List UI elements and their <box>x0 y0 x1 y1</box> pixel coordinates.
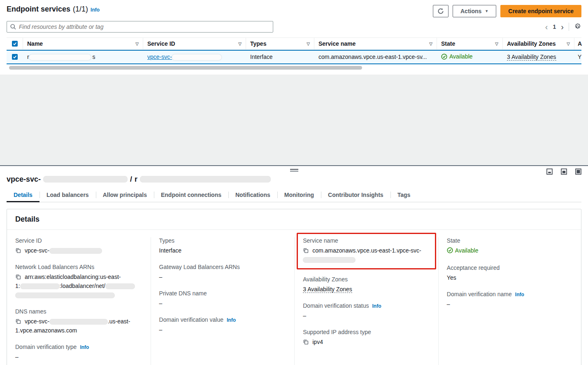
availability-zones-detail-link[interactable]: 3 Availability Zones <box>303 286 352 293</box>
page-next-button[interactable]: › <box>561 23 564 31</box>
acceptance-required-value: Yes <box>447 273 573 282</box>
tab-contributor-insights[interactable]: Contributor Insights <box>321 189 390 202</box>
pane-title-separator: / <box>130 175 132 184</box>
column-header-acceptance-partial: A <box>578 40 582 47</box>
actions-button[interactable]: Actions ▼ <box>453 5 496 17</box>
domain-verification-value-info-link[interactable]: Info <box>227 317 236 323</box>
cell-availability-zones: 3 Availability Zones <box>503 51 574 63</box>
dns-name-line2: 1.vpce.amazonaws.com <box>15 327 77 334</box>
tab-allow-principals[interactable]: Allow principals <box>96 189 154 202</box>
availability-zones-link[interactable]: 3 Availability Zones <box>507 54 556 61</box>
row-checkbox[interactable] <box>12 54 18 60</box>
glb-arns-value: – <box>159 272 286 281</box>
check-circle-icon <box>441 54 447 60</box>
redacted-text <box>105 283 135 289</box>
domain-verification-name-info-link[interactable]: Info <box>515 292 524 297</box>
cell-state: Available <box>437 51 503 63</box>
name-prefix: r <box>27 54 29 60</box>
acceptance-required-label: Acceptance required <box>447 264 573 271</box>
tab-details[interactable]: Details <box>7 189 40 202</box>
current-page-number[interactable]: 1 <box>553 23 556 30</box>
pane-drag-handle[interactable] <box>290 169 298 172</box>
tab-load-balancers[interactable]: Load balancers <box>40 189 96 202</box>
sort-icon[interactable]: ▽ <box>238 42 242 46</box>
column-header-service-id[interactable]: Service ID <box>147 40 175 47</box>
sort-icon[interactable]: ▽ <box>135 42 139 46</box>
create-endpoint-service-button[interactable]: Create endpoint service <box>500 5 581 17</box>
dns-name-prefix: vpce-svc- <box>25 318 49 325</box>
details-card-heading: Details <box>7 209 581 230</box>
cell-name: r s <box>23 51 143 63</box>
tab-monitoring[interactable]: Monitoring <box>277 189 321 202</box>
page-title-text: Endpoint services <box>7 5 70 14</box>
page-prev-button[interactable]: ‹ <box>545 23 548 31</box>
horizontal-scrollbar-thumb[interactable] <box>9 66 362 70</box>
detail-split-pane: vpce-svc- / r Details Load balancers All… <box>0 165 588 365</box>
sort-icon[interactable]: ▽ <box>307 42 310 46</box>
column-header-types[interactable]: Types <box>250 40 266 47</box>
service-id-value-prefix: vpce-svc- <box>25 247 49 254</box>
tab-notifications[interactable]: Notifications <box>228 189 277 202</box>
cell-service-id: vpce-svc- <box>143 51 246 63</box>
redacted-text <box>43 176 128 182</box>
copy-icon[interactable] <box>303 339 309 345</box>
chevron-down-icon: ▼ <box>485 9 488 13</box>
redacted-text <box>15 292 115 298</box>
service-name-value: com.amazonaws.vpce.us-east-1.vpce-svc- <box>312 247 421 254</box>
supported-ip-label: Supported IP address type <box>303 329 430 335</box>
sort-icon[interactable]: ▽ <box>567 42 570 46</box>
domain-verification-status-label: Domain verification status <box>303 302 369 309</box>
dns-names-label: DNS names <box>15 308 142 315</box>
service-id-link[interactable]: vpce-svc- <box>147 54 221 60</box>
check-circle-icon <box>447 247 453 253</box>
preferences-gear-icon[interactable] <box>574 23 581 30</box>
redacted-text <box>140 176 271 182</box>
copy-icon[interactable] <box>15 274 21 280</box>
title-info-link[interactable]: Info <box>91 7 100 13</box>
copy-icon[interactable] <box>303 248 309 253</box>
pane-size-small-icon[interactable] <box>546 168 553 175</box>
column-header-name[interactable]: Name <box>27 40 43 47</box>
pane-size-full-icon[interactable] <box>575 168 581 175</box>
details-column-1: Service ID vpce-svc- Network Load Balanc… <box>7 237 151 365</box>
state-badge: Available <box>449 53 473 60</box>
column-header-service-name[interactable]: Service name <box>318 40 356 47</box>
domain-verification-type-info-link[interactable]: Info <box>80 344 89 350</box>
redacted-text <box>49 248 102 254</box>
domain-verification-status-info-link[interactable]: Info <box>372 303 381 309</box>
tab-tags[interactable]: Tags <box>390 189 418 202</box>
actions-button-label: Actions <box>460 8 481 14</box>
sort-icon[interactable]: ▽ <box>495 42 498 46</box>
refresh-button[interactable] <box>433 5 449 17</box>
resource-search-box[interactable] <box>7 21 273 33</box>
domain-verification-name-label: Domain verification name <box>447 291 512 297</box>
copy-icon[interactable] <box>15 318 21 324</box>
pane-title: vpce-svc- / r <box>7 175 581 184</box>
tab-endpoint-connections[interactable]: Endpoint connections <box>154 189 228 202</box>
details-column-3: Service name com.amazonaws.vpce.us-east-… <box>295 237 439 365</box>
types-label: Types <box>159 237 286 244</box>
domain-verification-type-value: – <box>15 352 142 361</box>
search-input[interactable] <box>19 23 270 30</box>
domain-verification-type-label: Domain verification type <box>15 344 77 350</box>
redacted-text <box>29 54 91 60</box>
details-column-2: Types Interface Gateway Load Balancers A… <box>151 237 295 365</box>
pager-divider <box>569 23 569 31</box>
redacted-text <box>303 257 356 263</box>
nlb-arn-line2-mid: :loadbalancer/net/ <box>60 283 105 289</box>
copy-icon[interactable] <box>15 248 21 253</box>
service-name-highlight-box: Service name com.amazonaws.vpce.us-east-… <box>297 233 436 269</box>
table-row[interactable]: r s vpce-svc- Interface com.amazonaws.vp… <box>7 50 581 64</box>
column-header-availability-zones[interactable]: Availability Zones <box>507 40 556 47</box>
select-all-checkbox[interactable] <box>12 41 18 47</box>
sort-icon[interactable]: ▽ <box>429 42 432 46</box>
cell-types: Interface <box>246 51 314 63</box>
service-id-label: Service ID <box>15 237 142 244</box>
details-card: Details Service ID vpce-svc- Network Loa… <box>7 209 581 365</box>
column-header-state[interactable]: State <box>441 40 455 47</box>
nlb-arn-line1: arn:aws:elasticloadbalancing:us-east- <box>25 274 121 280</box>
cell-service-name: com.amazonaws.vpce.us-east-1.vpce-sv... <box>314 51 437 63</box>
domain-verification-value-value: – <box>159 325 286 334</box>
domain-verification-value-label: Domain verification value <box>159 316 223 323</box>
pane-size-medium-icon[interactable] <box>561 168 567 175</box>
